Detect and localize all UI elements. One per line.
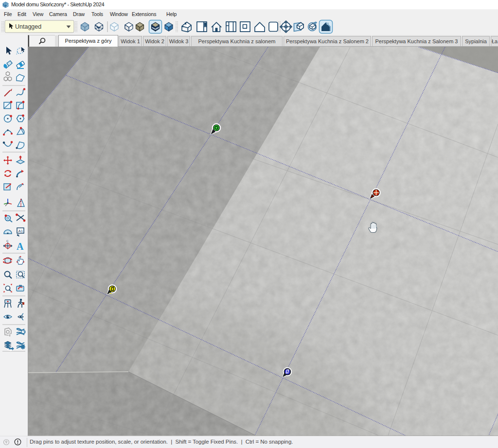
svg-text:Untagged: Untagged	[15, 23, 41, 30]
svg-text:C: C	[6, 240, 9, 242]
svg-text:A: A	[17, 241, 24, 252]
svg-text:A1: A1	[18, 229, 23, 233]
